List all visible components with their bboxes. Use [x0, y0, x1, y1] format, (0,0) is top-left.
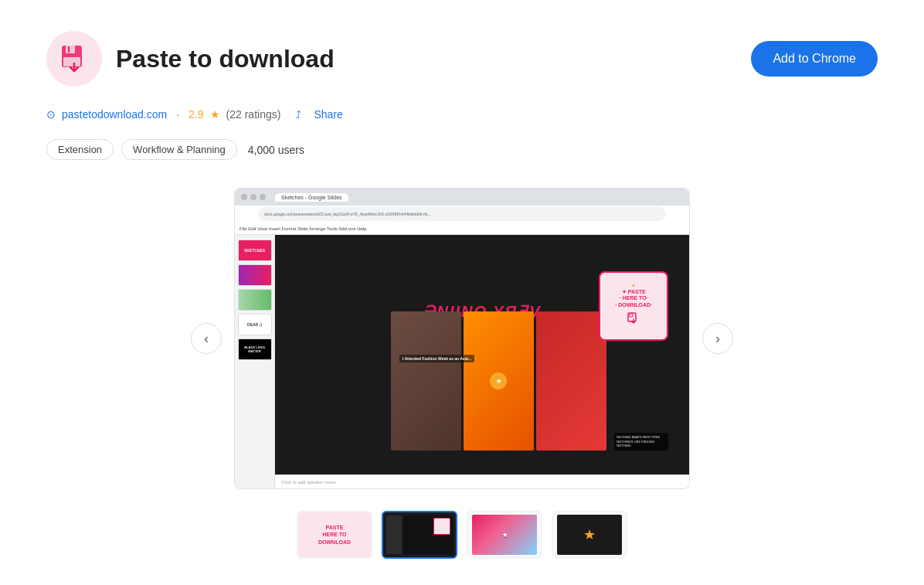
paste-overlay-text: ✦ PASTE · HERE TO· · DOWNLOAD· [615, 289, 652, 308]
rating-value: 2.9 [189, 108, 203, 121]
browser-window: Sketches - Google Slides docs.google.com… [235, 189, 689, 488]
app-icon [46, 31, 102, 87]
ratings-count: (22 ratings) [226, 108, 281, 121]
slide-photo-2: ★ [464, 311, 534, 451]
browser-chrome-bar: Sketches - Google Slides [235, 189, 689, 206]
website-link[interactable]: pastetodownload.com [62, 108, 167, 121]
paste-download-icon [627, 311, 640, 328]
paste-line1: ✦ PASTE [622, 289, 646, 294]
carousel-prev-button[interactable]: ‹ [191, 323, 222, 354]
tag-extension[interactable]: Extension [46, 139, 114, 160]
thumbnail-3-inner: ★ [472, 515, 538, 555]
thumb-3-text: ★ [502, 532, 508, 539]
share-link[interactable]: Share [314, 108, 342, 121]
tag-workflow[interactable]: Workflow & Planning [121, 139, 237, 160]
main-screenshot: Sketches - Google Slides docs.google.com… [234, 188, 690, 489]
svg-rect-3 [63, 57, 80, 66]
speaker-notes-placeholder: Click to add speaker notes [281, 480, 336, 485]
slide-thumb-2[interactable] [238, 264, 272, 286]
browser-menu-text: File Edit View Insert Format Slide Arran… [239, 226, 367, 231]
slide-photo-3 [536, 311, 606, 451]
thumbnail-1-content: PASTEHERE TODOWNLOAD [298, 512, 371, 557]
page-header: Paste to download Add to Chrome [46, 31, 878, 87]
paste-star-1: ✦ [631, 283, 636, 289]
browser-close-dot [241, 194, 247, 200]
browser-url-text: docs.google.com/presentation/d/1Cave_bg1… [264, 212, 431, 216]
share-icon: ⤴ [296, 109, 301, 121]
browser-maximize-dot [260, 194, 266, 200]
slide-photo-collage: ★ [391, 311, 606, 451]
thumbnail-3[interactable]: ★ [467, 511, 542, 559]
slide-thumb-3[interactable] [238, 289, 272, 311]
carousel-next-button[interactable]: › [702, 323, 733, 354]
thumb-2-sidebar [386, 515, 402, 554]
paste-overlay-card: ✦ ✦ PASTE · HERE TO· · DOWNLOAD· [599, 271, 668, 341]
thumbnail-4-inner: ★ [557, 515, 623, 555]
thumb-2-pink-overlay [433, 518, 450, 535]
slide-thumb-3-bg [239, 290, 271, 310]
slide-thumb-4[interactable]: Dear :) [238, 314, 272, 335]
slide-content: ƏNIINO YЯƎV ★ [275, 235, 689, 474]
header-left: Paste to download [46, 31, 335, 87]
svg-rect-1 [66, 46, 75, 53]
users-count: 4,000 users [248, 144, 304, 156]
slide-main-area: ƏNIINO YЯƎV ★ [275, 235, 689, 488]
slides-sidebar: SKETCHES Dear :) BLACK LIVES MATTER [235, 235, 275, 488]
great-job-badge: ★ [490, 372, 507, 389]
add-to-chrome-button[interactable]: Add to Chrome [751, 41, 878, 77]
slide-thumb-1[interactable]: SKETCHES [238, 240, 272, 261]
slide-thumb-5[interactable]: BLACK LIVES MATTER [238, 338, 272, 360]
thumbnail-4[interactable]: ★ [552, 511, 627, 559]
browser-toolbar: File Edit View Insert Format Slide Arran… [235, 223, 689, 235]
thumbnail-1[interactable]: PASTEHERE TODOWNLOAD [297, 511, 372, 559]
thumbnail-2-content [383, 512, 456, 557]
meta-row: ⊙ pastetodownload.com · 2.9 ★ (22 rating… [46, 108, 878, 121]
svg-rect-5 [630, 314, 633, 317]
slide-bottom-text-content: NOTHING BEATS RENT FREE NOTHINGS LIKE FE… [617, 435, 666, 448]
slide-photo-1 [391, 311, 461, 451]
slide-caption-text: I Attended Fashion Week as an Avat... [399, 355, 474, 362]
page-title: Paste to download [116, 45, 335, 73]
browser-url-bar[interactable]: docs.google.com/presentation/d/1Cave_bg1… [258, 207, 666, 221]
paste-line3: · DOWNLOAD· [615, 302, 652, 308]
thumb-2-main [403, 515, 453, 554]
thumbnail-4-content: ★ [553, 512, 626, 557]
slide-bottom-text: NOTHING BEATS RENT FREE NOTHINGS LIKE FE… [614, 433, 668, 451]
meta-separator: · [176, 108, 179, 121]
tags-row: Extension Workflow & Planning 4,000 user… [46, 139, 878, 160]
svg-rect-2 [68, 46, 70, 53]
thumbnails-strip: PASTEHERE TODOWNLOAD ★ [46, 511, 878, 559]
paste-line2: · HERE TO· [620, 295, 648, 301]
screenshot-carousel: ‹ Sketches - Google Slides docs.google.c… [46, 188, 878, 489]
slide-thumb-2-bg [239, 265, 271, 285]
thumb-4-star: ★ [583, 526, 596, 543]
speaker-notes-area[interactable]: Click to add speaker notes [275, 474, 689, 488]
slide-canvas: ƏNIINO YЯƎV ★ [275, 235, 689, 474]
browser-content: SKETCHES Dear :) BLACK LIVES MATTER [235, 235, 689, 488]
browser-tab[interactable]: Sketches - Google Slides [275, 193, 348, 202]
star-icon: ★ [210, 108, 220, 121]
thumbnail-2[interactable] [382, 511, 457, 559]
browser-minimize-dot [250, 194, 256, 200]
shield-icon: ⊙ [46, 108, 56, 121]
thumbnail-3-content: ★ [468, 512, 541, 557]
